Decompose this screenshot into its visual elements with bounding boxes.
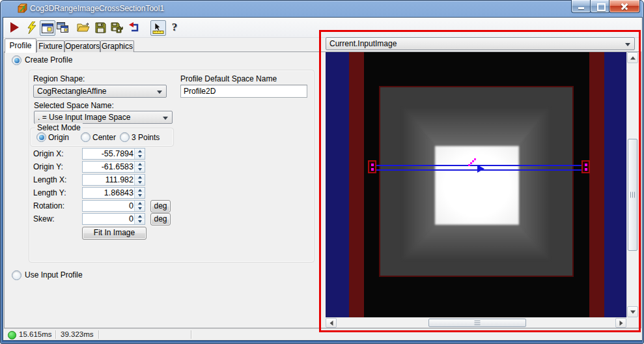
- status-ok-icon: [8, 331, 16, 339]
- tab-profile[interactable]: Profile: [5, 38, 36, 53]
- use-input-profile-label: Use Input Profile: [25, 270, 83, 280]
- electric-run-button[interactable]: [24, 20, 38, 35]
- create-profile-label: Create Profile: [25, 55, 72, 64]
- origin-x-field[interactable]: -55.7894: [82, 148, 145, 160]
- range-plateau: [435, 146, 519, 225]
- region-shape-combo[interactable]: CogRectangleAffine: [33, 85, 167, 98]
- length-x-value: 111.982: [84, 175, 133, 184]
- window-title: Cog3DRangeImageCrossSectionTool1: [30, 4, 164, 13]
- mode-center-label: Center: [92, 133, 116, 142]
- title-bar[interactable]: Cog3DRangeImageCrossSectionTool1: [0, 0, 644, 17]
- length-x-label: Length X:: [33, 175, 66, 184]
- rotation-label: Rotation:: [33, 201, 64, 210]
- status-total-time: 39.323ms: [61, 330, 94, 338]
- rotation-deg-button[interactable]: deg: [150, 200, 171, 212]
- rotation-field[interactable]: 0: [82, 200, 145, 212]
- show-image-control-icon: [42, 23, 53, 33]
- length-y-label: Length Y:: [33, 188, 66, 197]
- maximize-button[interactable]: [590, 0, 610, 13]
- spin-down-icon[interactable]: [135, 206, 145, 211]
- horizontal-scrollbar: [326, 317, 626, 328]
- minimize-button[interactable]: [571, 0, 591, 13]
- selected-space-combo[interactable]: . = Use Input Image Space: [34, 111, 173, 124]
- tab-operators[interactable]: Operators: [64, 40, 100, 52]
- float-window-button[interactable]: [55, 20, 70, 35]
- mode-origin-label: Origin: [48, 133, 69, 142]
- display-source-combo[interactable]: Current.InputImage: [326, 37, 635, 50]
- origin-x-value: -55.7894: [84, 149, 133, 158]
- save-button[interactable]: [93, 20, 107, 35]
- selected-space-value: . = Use Input Image Space: [38, 113, 160, 122]
- reset-button[interactable]: [127, 20, 141, 35]
- rotation-value: 0: [84, 201, 133, 210]
- origin-y-label: Origin Y:: [33, 162, 63, 171]
- tool-edit-window: Cog3DRangeImageCrossSectionTool1: [0, 0, 644, 344]
- save-as-button[interactable]: [110, 20, 124, 35]
- mode-center-radio[interactable]: [81, 132, 91, 142]
- chevron-down-icon: [163, 117, 168, 120]
- use-input-profile-radio[interactable]: [12, 270, 21, 280]
- create-profile-radio[interactable]: [12, 55, 21, 65]
- default-space-input[interactable]: [180, 85, 307, 98]
- thumb-grip: [630, 192, 636, 198]
- region-handle-left[interactable]: [368, 160, 376, 173]
- pointer-ruler-button[interactable]: [150, 20, 166, 36]
- origin-y-value: -61.6583: [84, 162, 133, 171]
- region-direction-arrow[interactable]: [477, 165, 484, 173]
- float-window-icon: [57, 22, 68, 33]
- run-icon: [10, 22, 19, 33]
- mode-origin-radio[interactable]: [36, 132, 46, 142]
- fit-in-image-button[interactable]: Fit In Image: [82, 227, 147, 240]
- range-image-display[interactable]: [326, 52, 626, 317]
- length-y-value: 1.86843: [84, 188, 133, 197]
- scroll-down-icon: [630, 310, 636, 313]
- origin-x-label: Origin X:: [33, 149, 64, 158]
- run-button[interactable]: [7, 20, 21, 35]
- chevron-down-icon: [625, 43, 630, 46]
- spin-down-icon[interactable]: [135, 167, 145, 172]
- close-button[interactable]: [609, 0, 640, 13]
- range-frustum: [402, 108, 550, 260]
- help-button[interactable]: ?: [167, 20, 182, 35]
- length-y-field[interactable]: 1.86843: [82, 187, 145, 199]
- create-profile-panel: [29, 70, 315, 263]
- tab-fixture[interactable]: Fixture: [36, 40, 64, 52]
- region-handle-right[interactable]: [581, 160, 590, 173]
- scroll-right-button[interactable]: [615, 318, 626, 328]
- save-as-icon: [111, 22, 124, 33]
- selected-space-label: Selected Space Name:: [34, 101, 114, 110]
- region-shape-label: Region Shape:: [33, 74, 85, 83]
- skew-deg-button[interactable]: deg: [150, 213, 171, 225]
- minimize-icon: [578, 7, 584, 9]
- app-icon: [17, 3, 27, 14]
- range-stripe-blue-right: [604, 52, 626, 317]
- reset-icon: [128, 22, 141, 33]
- skew-value: 0: [84, 214, 133, 223]
- mode-3points-label: 3 Points: [132, 133, 160, 142]
- open-file-button[interactable]: [76, 20, 91, 35]
- mode-3points-radio[interactable]: [120, 132, 130, 142]
- skew-field[interactable]: 0: [82, 213, 145, 225]
- tab-graphics[interactable]: Graphics: [100, 40, 134, 52]
- spin-down-icon[interactable]: [135, 180, 145, 185]
- spin-down-icon[interactable]: [135, 193, 145, 198]
- region-shape-value: CogRectangleAffine: [37, 87, 154, 96]
- scroll-left-button[interactable]: [326, 318, 337, 328]
- horizontal-scroll-thumb[interactable]: [428, 319, 526, 327]
- save-icon: [95, 22, 106, 33]
- spin-down-icon[interactable]: [135, 219, 145, 224]
- origin-y-field[interactable]: -61.6583: [82, 161, 145, 173]
- skew-label: Skew:: [33, 214, 55, 223]
- range-stripe-blue-left: [326, 52, 349, 317]
- default-space-label: Profile Default Space Name: [180, 74, 277, 83]
- spin-down-icon[interactable]: [135, 154, 145, 159]
- show-image-control-button[interactable]: [40, 20, 55, 36]
- scroll-down-button[interactable]: [627, 306, 638, 317]
- chevron-down-icon: [157, 91, 162, 94]
- length-x-field[interactable]: 111.982: [82, 174, 145, 186]
- scroll-up-button[interactable]: [627, 52, 638, 63]
- region-center-handle[interactable]: [468, 158, 477, 167]
- vertical-scroll-thumb[interactable]: [628, 139, 637, 251]
- select-mode-label: Select Mode: [35, 123, 83, 132]
- scroll-left-icon: [329, 321, 333, 326]
